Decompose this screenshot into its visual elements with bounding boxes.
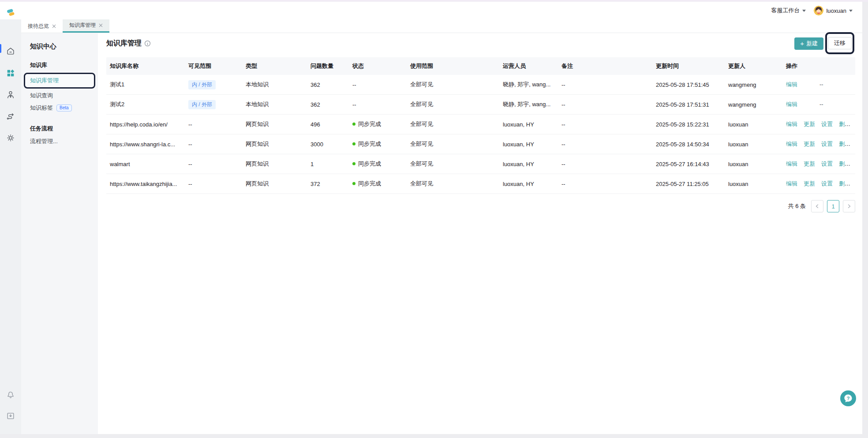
chevron-left-icon (815, 204, 819, 208)
tabbar: 接待总览 知识库管理 (21, 19, 862, 33)
action-suffix: -- (819, 81, 823, 88)
cell-usage-scope: 全部可见 (407, 120, 499, 128)
annotation-box-migrate: 迁移 (825, 32, 854, 54)
cell-updated-at: 2025-05-28 15:22:31 (652, 121, 725, 128)
settings-gear-icon[interactable] (6, 133, 15, 143)
cell-visibility: -- (185, 141, 242, 148)
svg-text:?: ? (847, 396, 850, 401)
migrate-button[interactable]: 迁移 (828, 37, 852, 49)
action-edit-link[interactable]: 编辑 (786, 180, 797, 187)
action-settings-link[interactable]: 设置 (821, 180, 833, 187)
action-update-link[interactable]: 更新 (804, 180, 815, 187)
cell-usage-scope: 全部可见 (407, 180, 499, 188)
col-updated-by: 更新人 (725, 62, 782, 70)
sidebar-item-knowledge-tags[interactable]: 知识标签 Beta (30, 102, 98, 114)
app-logo (4, 6, 17, 19)
action-edit-link[interactable]: 编辑 (786, 101, 797, 108)
action-delete-link[interactable]: 删除 (839, 180, 850, 187)
cell-visibility: 内 / 外部 (185, 80, 242, 89)
cell-updated-at: 2025-05-28 17:51:31 (652, 101, 725, 108)
pagination: 共 6 条 1 (106, 200, 855, 212)
cell-status: 同步完成 (349, 140, 407, 148)
table-row: 测试2内 / 外部本地知识362--全部可见晓静, 郑宇, wang...--2… (106, 95, 855, 115)
plus-icon: + (800, 40, 804, 47)
chevron-right-icon (847, 204, 851, 208)
customer-icon[interactable] (6, 90, 15, 100)
chevron-down-icon (802, 10, 806, 14)
cell-updated-at: 2025-05-28 17:51:45 (652, 82, 725, 88)
sidebar-item-flow-management[interactable]: 流程管理... (30, 135, 98, 148)
cell-remark: -- (558, 101, 652, 108)
pagination-next-button[interactable] (843, 200, 855, 212)
annotation-box-kb-management: 知识库管理 (24, 73, 95, 89)
sidebar-item-knowledge-query[interactable]: 知识查询 (30, 89, 98, 102)
home-icon[interactable] (6, 46, 15, 56)
cell-updated-at: 2025-05-27 16:14:43 (652, 161, 725, 167)
status-dot (352, 162, 355, 165)
table-body: 测试1内 / 外部本地知识362--全部可见晓静, 郑宇, wang...--2… (106, 75, 855, 194)
cell-usage-scope: 全部可见 (407, 160, 499, 168)
cell-actions: 编辑更新设置删除 (782, 180, 855, 188)
pagination-page-1[interactable]: 1 (827, 200, 839, 212)
cell-type: 网页知识 (242, 180, 307, 188)
export-download-icon[interactable] (6, 411, 15, 421)
cell-updated-by: wangmeng (725, 101, 782, 108)
table-row: 测试1内 / 外部本地知识362--全部可见晓静, 郑宇, wang...--2… (106, 75, 855, 95)
cell-operators: luoxuan, HY (499, 181, 558, 187)
visibility-badge: 内 / 外部 (188, 80, 216, 89)
action-edit-link[interactable]: 编辑 (786, 141, 797, 147)
flow-icon[interactable] (6, 111, 15, 121)
cell-name: https://www.shangri-la.c... (106, 141, 185, 148)
tab-reception-overview[interactable]: 接待总览 (21, 19, 63, 33)
sidebar-item-label: 知识标签 (30, 104, 53, 112)
action-delete-link[interactable]: 删除 (839, 160, 850, 167)
pagination-prev-button[interactable] (811, 200, 823, 212)
cell-question-count: 362 (307, 101, 349, 108)
notification-bell-icon[interactable] (6, 390, 15, 399)
info-icon[interactable] (144, 40, 151, 47)
action-settings-link[interactable]: 设置 (821, 141, 833, 147)
sidebar-item-kb-management[interactable]: 知识库管理 (30, 74, 59, 87)
status-dot (352, 142, 355, 145)
action-delete-link[interactable]: 删除 (839, 141, 850, 147)
cell-name: https://www.taikangzhijia... (106, 181, 185, 187)
user-menu[interactable]: luoxuan (814, 6, 853, 15)
action-suffix: -- (819, 101, 823, 108)
col-operators: 运营人员 (499, 62, 558, 70)
create-button[interactable]: + 新建 (794, 37, 823, 50)
cell-actions: 编辑更新设置删除 (782, 120, 855, 128)
help-button[interactable]: ? (840, 390, 856, 406)
action-settings-link[interactable]: 设置 (821, 121, 833, 127)
col-question-count: 问题数量 (307, 62, 349, 70)
workspace-switcher[interactable]: 客服工作台 (771, 7, 806, 15)
sidebar-section-task-flow: 任务流程 (30, 125, 98, 133)
cell-question-count: 1 (307, 161, 349, 167)
action-delete-link[interactable]: 删除 (839, 121, 850, 127)
cell-visibility: -- (185, 121, 242, 128)
tab-knowledge-base-management[interactable]: 知识库管理 (63, 19, 109, 33)
cell-remark: -- (558, 141, 652, 148)
cell-actions: 编辑-- (782, 100, 855, 108)
table-row: walmart--网页知识1同步完成全部可见luoxuan, HY--2025-… (106, 154, 855, 174)
table-row: https://www.shangri-la.c...--网页知识3000同步完… (106, 134, 855, 154)
cell-actions: 编辑更新设置删除 (782, 160, 855, 168)
cell-remark: -- (558, 121, 652, 128)
cell-operators: luoxuan, HY (499, 161, 558, 167)
cell-updated-at: 2025-05-28 14:50:34 (652, 141, 725, 148)
cell-type: 网页知识 (242, 120, 307, 128)
avatar (814, 6, 823, 15)
tab-label: 知识库管理 (69, 22, 96, 29)
apps-grid-icon[interactable] (6, 68, 15, 78)
cell-question-count: 372 (307, 181, 349, 187)
action-update-link[interactable]: 更新 (804, 141, 815, 147)
action-edit-link[interactable]: 编辑 (786, 160, 797, 167)
action-edit-link[interactable]: 编辑 (786, 121, 797, 127)
action-update-link[interactable]: 更新 (804, 121, 815, 127)
knowledge-base-table: 知识库名称 可见范围 类型 问题数量 状态 使用范围 运营人员 备注 更新时间 … (106, 57, 855, 194)
action-edit-link[interactable]: 编辑 (786, 81, 797, 88)
action-update-link[interactable]: 更新 (804, 160, 815, 167)
col-usage-scope: 使用范围 (407, 62, 499, 70)
close-icon[interactable] (99, 23, 103, 27)
action-settings-link[interactable]: 设置 (821, 160, 833, 167)
close-icon[interactable] (52, 24, 56, 28)
